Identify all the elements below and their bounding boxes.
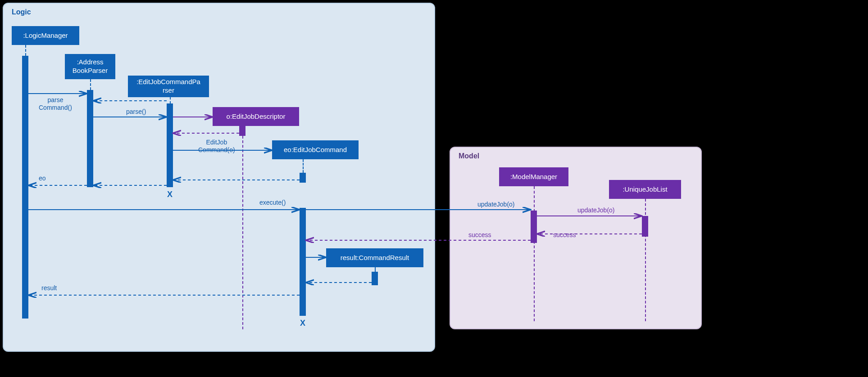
activation-edit-job-descriptor xyxy=(239,126,245,136)
lifeline-edit-job-command-top xyxy=(303,159,304,173)
logic-frame-label: Logic xyxy=(12,8,31,16)
destroy-edit-job-command-parser: X xyxy=(167,190,173,199)
participant-address-book-parser: :Address BookParser xyxy=(65,54,115,79)
label-success-2: success xyxy=(553,231,576,239)
activation-logic-manager xyxy=(22,56,28,319)
label-parse-command: parse Command() xyxy=(39,96,72,112)
label-eo: eo xyxy=(39,175,46,182)
participant-unique-job-list: :UniqueJobList xyxy=(609,180,681,199)
participant-command-result: result:CommandResult xyxy=(326,248,423,267)
activation-unique-job-list xyxy=(642,216,648,237)
label-update-job-1: updateJob(o) xyxy=(477,201,515,208)
label-update-job-2: updateJob(o) xyxy=(577,206,615,214)
participant-edit-job-command: eo:EditJobCommand xyxy=(272,140,359,159)
model-frame-label: Model xyxy=(459,152,479,160)
destroy-edit-job-command: X xyxy=(300,319,305,328)
lifeline-address-book-parser xyxy=(90,79,91,90)
lifeline-command-result-top xyxy=(375,267,376,272)
lifeline-edit-job-descriptor xyxy=(242,136,243,329)
label-parse: parse() xyxy=(126,108,146,116)
activation-command-result xyxy=(372,272,378,285)
participant-edit-job-command-parser: :EditJobCommandPa rser xyxy=(128,76,209,97)
label-execute: execute() xyxy=(259,199,286,206)
participant-edit-job-descriptor: o:EditJobDescriptor xyxy=(213,107,299,126)
lifeline-logic-manager xyxy=(25,45,26,56)
activation-edit-job-command-small xyxy=(300,173,306,183)
label-result: result xyxy=(41,284,57,292)
label-success-1: success xyxy=(468,231,491,239)
activation-edit-job-command-main xyxy=(300,208,306,316)
participant-logic-manager: :LogicManager xyxy=(12,26,79,45)
participant-model-manager: :ModelManager xyxy=(499,167,568,186)
label-edit-job-command-o: EditJob Command(o) xyxy=(198,139,235,154)
lifeline-model-manager xyxy=(534,186,535,321)
activation-edit-job-command-parser xyxy=(167,103,173,187)
activation-model-manager xyxy=(531,211,537,243)
lifeline-edit-job-command-parser xyxy=(170,97,171,103)
activation-address-book-parser xyxy=(87,90,93,187)
